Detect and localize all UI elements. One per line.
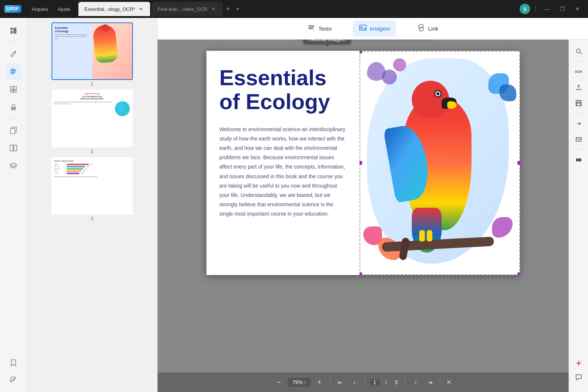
tab-1-label: Essential...ology_OCR*: [84, 6, 135, 12]
right-redact-icon[interactable]: [572, 153, 586, 167]
pdf-left: Essentialsof Ecology Welcome to environm…: [206, 51, 360, 275]
thumbnail-2[interactable]: Studies on Learning You Can Improve Your…: [31, 90, 153, 154]
thumb-img-1: Essentialsof Ecology Welcome to environm…: [52, 22, 133, 80]
svg-rect-19: [308, 25, 314, 26]
imagem-icon: [359, 24, 367, 34]
svg-marker-18: [10, 163, 17, 167]
svg-rect-11: [14, 90, 16, 92]
right-chat-icon[interactable]: [572, 370, 586, 385]
bottom-right-icons: [572, 356, 586, 388]
tab-2-close[interactable]: ✕: [211, 6, 217, 12]
handle-ml[interactable]: [360, 161, 362, 165]
nav-prev-button[interactable]: ‹: [349, 377, 360, 388]
right-save-icon[interactable]: [572, 96, 586, 110]
menu-ajuda[interactable]: Ajuda: [53, 4, 75, 14]
nav-first-button[interactable]: ⇤: [335, 377, 346, 388]
right-share-icon[interactable]: [572, 117, 586, 131]
app-logo: UPDF: [4, 5, 21, 13]
texto-icon: T: [307, 24, 315, 34]
minimize-button[interactable]: —: [541, 4, 553, 13]
right-export-icon[interactable]: [572, 80, 586, 95]
svg-rect-21: [308, 28, 313, 29]
svg-rect-7: [10, 73, 14, 74]
thumbnail-1[interactable]: Essentialsof Ecology Welcome to environm…: [31, 22, 153, 87]
page-nav: / 3: [370, 379, 401, 385]
svg-rect-16: [10, 145, 13, 151]
svg-rect-40: [577, 101, 580, 102]
svg-rect-41: [577, 103, 581, 106]
tab-2[interactable]: Find-and-...udies_OCR ✕: [152, 2, 223, 16]
zoom-value: 79%: [292, 379, 303, 385]
sidebar-icon-pages[interactable]: [5, 22, 22, 39]
svg-rect-1: [10, 31, 13, 34]
pdf-content: Essentialsof Ecology Welcome to environm…: [206, 51, 520, 275]
svg-rect-17: [14, 145, 17, 151]
sidebar-icon-compare[interactable]: [5, 140, 22, 156]
pdf-image-area[interactable]: [360, 51, 520, 275]
sidebar-icon-pages-manage[interactable]: [5, 81, 22, 98]
sidebar-right: OCR: [569, 40, 588, 392]
handle-mr[interactable]: [517, 161, 520, 165]
tab-dropdown[interactable]: ▾: [234, 5, 242, 13]
toolbar-imagem-button[interactable]: Imagem: [353, 21, 396, 37]
sidebar-sep-2: [8, 118, 19, 119]
nav-last-button[interactable]: ⇥: [424, 377, 435, 388]
sidebar-icon-bookmark[interactable]: [5, 355, 22, 371]
svg-text:T: T: [313, 30, 314, 32]
maximize-button[interactable]: ❐: [556, 4, 569, 13]
page-input[interactable]: [370, 379, 380, 385]
right-search-icon[interactable]: [572, 44, 586, 58]
right-email-icon[interactable]: [572, 132, 586, 146]
right-sep-2: [574, 113, 583, 114]
close-button[interactable]: ✕: [572, 4, 584, 13]
sidebar-icon-annotate[interactable]: [5, 63, 22, 80]
svg-rect-2: [13, 28, 16, 34]
page-sep: /: [382, 379, 390, 385]
handle-tl[interactable]: [360, 51, 362, 53]
svg-rect-9: [14, 86, 16, 90]
svg-rect-0: [10, 28, 13, 30]
nav-next-button[interactable]: ›: [410, 377, 421, 388]
right-sep-1: [574, 61, 583, 62]
menu-arquivo[interactable]: Arquivo: [27, 4, 53, 14]
content-area: w 455.68 h 572.45 Recortar imagem: [158, 40, 569, 392]
handle-br[interactable]: [517, 272, 520, 275]
tab-1-close[interactable]: ✕: [138, 6, 144, 12]
toolbar-texto-button[interactable]: T Texto: [301, 21, 338, 37]
toolbar-texto-label: Texto: [318, 25, 332, 32]
crop-tooltip: Recortar imagem: [303, 40, 351, 44]
user-avatar[interactable]: S: [520, 4, 530, 14]
sidebar-icon-stamp[interactable]: [5, 99, 22, 115]
svg-rect-8: [10, 86, 13, 90]
svg-rect-5: [10, 70, 16, 71]
zoom-in-button[interactable]: +: [314, 376, 326, 388]
right-ocr-icon[interactable]: OCR: [572, 65, 586, 79]
right-sep-3: [574, 149, 583, 150]
tab-bar: Essential...ology_OCR* ✕ Find-and-...udi…: [78, 2, 520, 16]
thumbnail-3[interactable]: DATA ANALYSIS Alpha Inc. 3,847 Beta Corp…: [31, 157, 153, 221]
toolbar-link-label: Link: [428, 25, 439, 32]
tab-2-label: Find-and-...udies_OCR: [158, 6, 208, 12]
pdf-title: Essentialsof Ecology: [220, 66, 346, 114]
tab-1[interactable]: Essential...ology_OCR* ✕: [78, 2, 150, 16]
svg-rect-6: [10, 72, 16, 72]
window-controls: S | — ❐ ✕: [520, 4, 584, 14]
zoom-dropdown[interactable]: ▾: [304, 380, 306, 385]
tab-add-button[interactable]: +: [223, 4, 234, 15]
sidebar-icon-layers[interactable]: [5, 158, 22, 174]
sidebar-icon-attachment[interactable]: [5, 371, 22, 388]
content-scroll[interactable]: w 455.68 h 572.45 Recortar imagem: [158, 40, 569, 373]
toolbar-imagem-label: Imagem: [370, 25, 390, 32]
sep1: |: [533, 6, 538, 12]
toolbar-link-button[interactable]: Link: [411, 21, 445, 37]
zoom-out-button[interactable]: −: [273, 376, 285, 388]
handle-bl[interactable]: [360, 272, 362, 275]
svg-point-36: [576, 49, 580, 53]
close-toolbar-button[interactable]: ✕: [445, 377, 453, 388]
sidebar-icon-edit[interactable]: [5, 45, 22, 62]
nav-sep-1: [330, 378, 330, 387]
svg-rect-42: [576, 138, 581, 141]
link-icon: [417, 24, 425, 34]
right-sparkle-icon[interactable]: [572, 356, 586, 370]
sidebar-icon-copy[interactable]: [5, 122, 22, 138]
